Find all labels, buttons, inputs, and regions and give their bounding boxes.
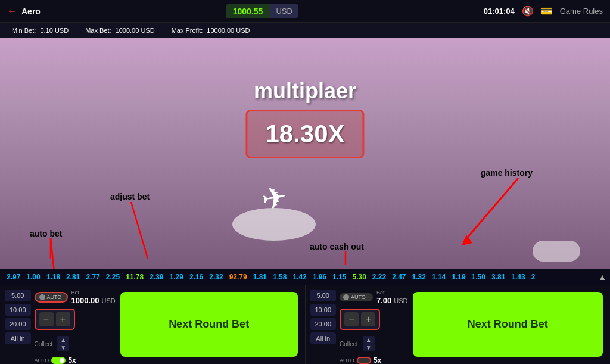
ticker-bar: 2.971.001.182.812.772.2511.782.391.292.1… <box>0 269 610 285</box>
back-icon[interactable]: ← <box>7 6 17 17</box>
left-collect-row: Collect ▲ ▼ <box>35 336 116 351</box>
left-quick-allin[interactable]: All in <box>5 332 31 344</box>
game-history-annotation: game history <box>481 168 533 178</box>
svg-line-0 <box>51 238 61 269</box>
ticker-item[interactable]: 1.96 <box>313 273 326 281</box>
ticker-item[interactable]: 2.97 <box>7 273 20 281</box>
right-collect-down[interactable]: ▼ <box>363 344 375 351</box>
ticker-item[interactable]: 1.29 <box>170 273 183 281</box>
left-auto-small: AUTO <box>35 357 49 363</box>
balance-currency: USD <box>270 4 298 18</box>
left-auto-toggle[interactable] <box>51 357 66 364</box>
ticker-item[interactable]: 1.32 <box>412 273 426 281</box>
ticker-item[interactable]: 2 <box>531 273 536 281</box>
left-increase-btn[interactable]: + <box>56 312 70 326</box>
ticker-scroll-up[interactable]: ▲ <box>598 272 606 282</box>
right-increase-btn[interactable]: + <box>361 312 375 326</box>
right-auto-btn[interactable]: AUTO <box>340 293 373 301</box>
max-bet-label: Max Bet: 1000.00 USD <box>83 27 155 34</box>
left-quick-10[interactable]: 10.00 <box>5 304 31 316</box>
right-collect-label: Collect <box>340 341 358 347</box>
ticker-item[interactable]: 2.25 <box>106 273 120 281</box>
ticker-item[interactable]: 1.15 <box>332 273 346 281</box>
left-collect-down[interactable]: ▼ <box>57 344 69 351</box>
right-auto-label: AUTO <box>351 294 366 300</box>
ticker-item[interactable]: 11.78 <box>126 273 144 281</box>
ticker-item[interactable]: 2.39 <box>150 273 163 281</box>
ticker-item[interactable]: 92.79 <box>229 273 247 281</box>
left-auto-label: AUTO <box>47 294 62 300</box>
svg-line-2 <box>131 202 148 259</box>
ticker-item[interactable]: 2.81 <box>66 273 80 281</box>
ticker-item[interactable]: 3.81 <box>491 273 505 281</box>
right-bet-panel: 5.00 10.00 20.00 All in AUTO Bet <box>306 285 611 364</box>
right-auto-dot <box>343 294 349 300</box>
multiplier-label: multiplaer <box>254 79 356 104</box>
ticker-item[interactable]: 1.50 <box>472 273 485 281</box>
right-adj-buttons: − + <box>340 309 380 330</box>
min-bet-label: Min Bet: 0.10 USD <box>10 27 69 34</box>
ticker-item[interactable]: 1.00 <box>26 273 40 281</box>
right-controls: AUTO Bet 7.00 USD − + <box>340 290 408 359</box>
ticker-item[interactable]: 2.16 <box>189 273 203 281</box>
ticker-item[interactable]: 1.42 <box>292 273 306 281</box>
ticker-item[interactable]: 1.58 <box>273 273 287 281</box>
right-collect-value: 5x <box>374 356 381 364</box>
left-decrease-btn[interactable]: − <box>39 312 54 326</box>
balance-display: 1000.55 USD <box>226 4 298 18</box>
ticker-item[interactable]: 1.81 <box>253 273 267 281</box>
left-top-controls: AUTO Bet 1000.00 USD − <box>35 290 116 364</box>
right-decrease-btn[interactable]: − <box>344 312 359 326</box>
right-quick-10[interactable]: 10.00 <box>310 304 337 316</box>
game-rules-link[interactable]: Game Rules <box>560 7 603 15</box>
svg-marker-5 <box>462 235 472 245</box>
left-auto-dot <box>39 294 45 300</box>
max-profit-label: Max Profit: 10000.00 USD <box>169 27 250 34</box>
left-next-round-btn[interactable]: Next Round Bet <box>120 292 298 357</box>
header: ← Aero 1000.55 USD 01:01:04 🔇 💳 Game Rul… <box>0 0 610 23</box>
ticker-item[interactable]: 2.32 <box>209 273 223 281</box>
adjust-bet-annotation: adjust bet <box>110 192 150 201</box>
left-quick-20[interactable]: 20.00 <box>5 318 31 330</box>
right-bet-label: Bet <box>376 290 408 295</box>
info-bar: Min Bet: 0.10 USD Max Bet: 1000.00 USD M… <box>0 23 610 38</box>
right-collect-row: Collect ▲ ▼ <box>340 336 408 351</box>
header-right: 01:01:04 🔇 💳 Game Rules <box>484 5 603 17</box>
ticker-item[interactable]: 2.77 <box>86 273 99 281</box>
ticker-item[interactable]: 1.18 <box>46 273 60 281</box>
right-quick-5[interactable]: 5.00 <box>310 290 337 301</box>
ticker-item[interactable]: 1.19 <box>452 273 465 281</box>
ticker-item[interactable]: 1.43 <box>511 273 525 281</box>
header-left: ← Aero <box>7 6 41 17</box>
left-auto-row: AUTO 5x <box>35 356 116 364</box>
svg-line-4 <box>465 178 518 241</box>
cloud-2 <box>533 241 580 262</box>
right-collect-up[interactable]: ▲ <box>363 336 375 344</box>
auto-cash-annotation: auto cash out <box>310 242 364 251</box>
multiplier-value: 18.30X <box>245 110 364 158</box>
left-bet-currency: USD <box>102 297 116 304</box>
ticker-item[interactable]: 5.30 <box>352 273 366 281</box>
right-bet-currency: USD <box>394 297 407 304</box>
right-auto-toggle[interactable] <box>357 357 371 364</box>
left-collect-up[interactable]: ▲ <box>57 336 69 344</box>
left-auto-btn[interactable]: AUTO <box>35 292 68 303</box>
wallet-icon[interactable]: 💳 <box>541 5 553 17</box>
right-quick-20[interactable]: 20.00 <box>310 318 337 330</box>
right-next-round-btn[interactable]: Next Round Bet <box>413 292 603 357</box>
ticker-item[interactable]: 2.47 <box>392 273 406 281</box>
left-quick-5[interactable]: 5.00 <box>5 290 31 301</box>
ticker-item[interactable]: 2.22 <box>372 273 386 281</box>
plane: ✈ <box>259 179 290 217</box>
auto-bet-annotation: auto bet <box>30 229 62 238</box>
sound-icon[interactable]: 🔇 <box>522 5 534 17</box>
right-top-controls: AUTO Bet 7.00 USD − + <box>340 290 408 364</box>
logo: Aero <box>21 7 41 16</box>
left-bet-panel: 5.00 10.00 20.00 All in AUTO Bet <box>0 285 306 364</box>
game-area: multiplaer 18.30X ✈ auto bet adjust bet … <box>0 38 610 269</box>
right-auto-small: AUTO <box>340 357 354 363</box>
ticker-item[interactable]: 1.14 <box>432 273 446 281</box>
right-bet-value: 7.00 <box>376 296 391 305</box>
right-quick-allin[interactable]: All in <box>310 332 337 344</box>
balance-amount: 1000.55 <box>226 4 270 18</box>
